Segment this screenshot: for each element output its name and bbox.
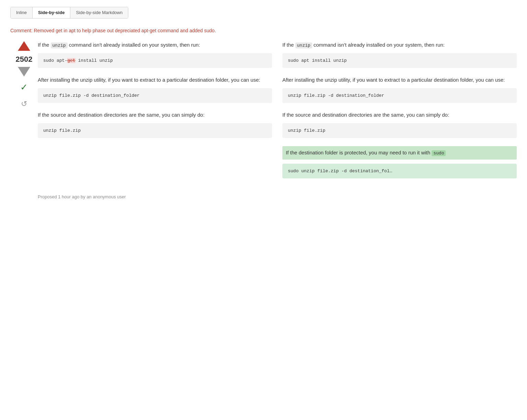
left-col-1: If the unzip command isn't already insta… [38,41,272,75]
left-unzip-code-1: unzip [51,43,68,48]
right-code-block-4: sudo unzip file.zip -d destination_fol… [282,164,517,179]
vote-up-button[interactable] [18,41,30,51]
left-col-2: After installing the unzip utility, if y… [38,76,272,110]
tab-inline[interactable]: Inline [11,7,33,18]
new-text-block: If the destination folder is protected, … [282,146,517,160]
right-para-2: After installing the unzip utility, if y… [282,76,517,84]
left-code-block-2: unzip file.zip -d destination_folder [38,88,272,103]
vote-count: 2502 [16,54,33,65]
left-code-block-1: sudo apt-get install unzip [38,53,272,68]
left-para-3: If the source and destination directorie… [38,111,272,119]
accepted-icon: ✓ [20,81,28,94]
diff-section: 2502 ✓ ↺ If the unzip command isn't alre… [10,41,517,200]
right-code-block-3: unzip file.zip [282,123,517,138]
left-para-2: After installing the unzip utility, if y… [38,76,272,84]
left-para-1: If the unzip command isn't already insta… [38,41,272,49]
deleted-get: get [67,58,75,63]
tab-side-by-side[interactable]: Side-by-side [33,7,70,18]
right-code-block-1: sudo apt install unzip [282,53,517,68]
proposed-footer: Proposed 1 hour ago by an anonymous user [38,194,517,200]
diff-row-1: If the unzip command isn't already insta… [38,41,517,75]
comment-text: Comment: Removed get in apt to help phas… [10,28,216,33]
page-container: Inline Side-by-side Side-by-side Markdow… [0,0,527,207]
left-col-3: If the source and destination directorie… [38,111,272,145]
right-col-3: If the source and destination directorie… [282,111,517,145]
right-col-2: After installing the unzip utility, if y… [282,76,517,110]
new-text-prefix: If the destination folder is protected, … [286,150,430,155]
right-unzip-code-1: unzip [295,43,312,48]
right-col-4: If the destination folder is protected, … [282,146,517,185]
right-code-block-2: unzip file.zip -d destination_folder [282,88,517,103]
diff-row-3: If the source and destination directorie… [38,111,517,145]
right-para-1: If the unzip command isn't already insta… [282,41,517,49]
tab-bar: Inline Side-by-side Side-by-side Markdow… [10,7,128,19]
left-code-block-3: unzip file.zip [38,123,272,138]
history-icon[interactable]: ↺ [21,98,27,109]
diff-row-2: After installing the unzip utility, if y… [38,76,517,110]
sidebar: 2502 ✓ ↺ [10,41,38,109]
left-col-4 [38,146,272,185]
diff-row-4: If the destination folder is protected, … [38,146,517,185]
tab-side-by-side-markdown[interactable]: Side-by-side Markdown [70,7,128,18]
comment-banner: Comment: Removed get in apt to help phas… [10,27,517,35]
right-para-3: If the source and destination directorie… [282,111,517,119]
proposed-text: Proposed 1 hour ago by an anonymous user [38,194,126,199]
new-sudo-inline: sudo [432,150,446,156]
vote-down-button[interactable] [18,67,30,77]
right-col-1: If the unzip command isn't already insta… [282,41,517,75]
diff-content: If the unzip command isn't already insta… [38,41,517,200]
